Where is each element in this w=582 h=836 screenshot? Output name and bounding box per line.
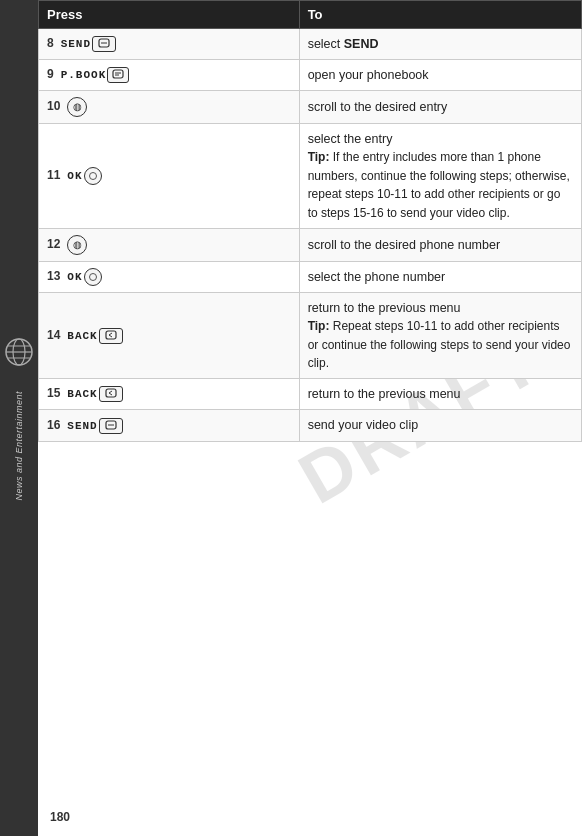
globe-icon [3,336,35,371]
press-cell: 8 SEND [39,29,300,60]
to-cell: scroll to the desired entry [299,91,581,124]
header-to: To [299,1,581,29]
page-number: 180 [50,810,70,824]
press-cell: 15 BACK [39,379,300,410]
table-row: 12 ◍scroll to the desired phone number [39,228,582,261]
press-cell: 14 BACK [39,293,300,379]
table-row: 8 SENDselect SEND [39,29,582,60]
table-row: 9 P.BOOKopen your phonebook [39,60,582,91]
table-row: 11 OKselect the entryTip: If the entry i… [39,124,582,229]
svg-rect-10 [106,331,116,339]
svg-rect-11 [106,389,116,397]
sidebar-label: News and Entertainment [14,391,24,501]
header-press: Press [39,1,300,29]
press-cell: 12 ◍ [39,228,300,261]
to-cell: select the entryTip: If the entry includ… [299,124,581,229]
table-row: 13 OKselect the phone number [39,261,582,292]
table-row: 15 BACKreturn to the previous menu [39,379,582,410]
table-row: 16 SENDsend your video clip [39,410,582,441]
to-cell: scroll to the desired phone number [299,228,581,261]
press-cell: 11 OK [39,124,300,229]
to-cell: select SEND [299,29,581,60]
table-row: 14 BACKreturn to the previous menuTip: R… [39,293,582,379]
press-cell: 9 P.BOOK [39,60,300,91]
main-content: Press To 8 SENDselect SEND9 P.BOOKopen y… [38,0,582,836]
press-cell: 13 OK [39,261,300,292]
press-cell: 10 ◍ [39,91,300,124]
press-cell: 16 SEND [39,410,300,441]
to-cell: return to the previous menu [299,379,581,410]
to-cell: open your phonebook [299,60,581,91]
to-cell: return to the previous menuTip: Repeat s… [299,293,581,379]
table-header: Press To [39,1,582,29]
table-row: 10 ◍scroll to the desired entry [39,91,582,124]
to-cell: select the phone number [299,261,581,292]
svg-rect-7 [113,70,123,78]
to-cell: send your video clip [299,410,581,441]
instructions-table: Press To 8 SENDselect SEND9 P.BOOKopen y… [38,0,582,442]
sidebar: News and Entertainment [0,0,38,836]
